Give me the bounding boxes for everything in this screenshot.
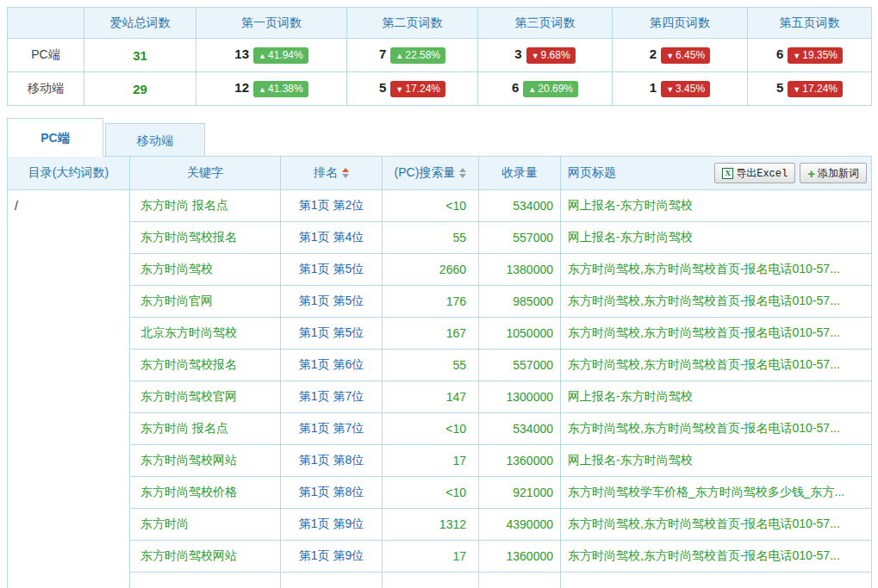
indexed-count-cell: 1050000: [479, 318, 561, 350]
summary-header-row: 爱站总词数 第一页词数 第二页词数 第三页词数 第四页词数 第五页词数: [8, 8, 872, 39]
search-volume-cell: 17: [383, 541, 479, 573]
header-indexed: 收录量: [479, 157, 561, 190]
page-words-cell: 7▲22.58%: [347, 39, 478, 72]
keyword-cell: 东方时尚驾校官网: [130, 381, 281, 413]
search-volume-cell: 1312: [383, 509, 479, 541]
rank-link[interactable]: 第1页 第2位: [281, 190, 383, 222]
page-title-cell: 东方时尚驾校,东方时尚驾校首页-报名电话010-57...: [561, 350, 872, 381]
excel-icon: X: [722, 168, 733, 179]
table-row: 东方时尚驾校报名 第1页 第4位 55 557000 网上报名-东方时尚驾校: [8, 222, 872, 254]
indexed-count-cell: 4390000: [479, 509, 561, 541]
keywords-header-row: 目录(大约词数) 关键字 排名 (PC)搜索量 收录量 网页标题 X导出Exce…: [8, 157, 872, 190]
header-title-label: 网页标题: [568, 165, 616, 179]
table-row: 东方时尚 第1页 第9位 1312 4390000 东方时尚驾校,东方时尚驾校首…: [8, 509, 872, 541]
sort-icon[interactable]: [459, 168, 466, 178]
page-words-value: 1: [650, 80, 657, 95]
add-keyword-label: 添加新词: [818, 166, 859, 181]
total-words-cell: 29: [84, 72, 196, 106]
keyword-cell: 东方时尚驾校网站: [130, 445, 281, 477]
rank-link[interactable]: 第1页 第9位: [281, 509, 383, 541]
page-words-value: 6: [512, 80, 519, 95]
indexed-count-cell: 534000: [479, 190, 561, 222]
rank-link[interactable]: 第1页 第8位: [281, 477, 383, 509]
table-row: 东方时尚驾校报名 第1页 第6位 55 557000 东方时尚驾校,东方时尚驾校…: [8, 350, 872, 381]
summary-header-page1: 第一页词数: [196, 8, 347, 39]
rank-link[interactable]: 第1页 第6位: [281, 350, 383, 381]
page-words-cell: 6▲20.69%: [478, 72, 613, 106]
change-value: 22.58%: [405, 49, 440, 61]
change-value: 19.35%: [802, 49, 838, 61]
rank-link[interactable]: 第1页 第4位: [281, 222, 383, 254]
add-keyword-button[interactable]: +添加新词: [800, 163, 867, 183]
table-row: 东方时尚驾校官网 第1页 第7位 147 1300000 网上报名-东方时尚驾校: [8, 381, 872, 413]
search-volume-cell: [383, 573, 479, 588]
page-words-cell: 13▲41.94%: [196, 39, 347, 72]
page-title-cell: 网上报名-东方时尚驾校: [561, 222, 872, 254]
rank-link[interactable]: 第1页 第7位: [281, 413, 383, 445]
page-title-cell: 东方时尚驾校,东方时尚驾校首页-报名电话010-57...: [561, 286, 872, 318]
trend-arrow-icon: ▼: [793, 52, 800, 60]
search-volume-cell: 176: [383, 286, 479, 318]
export-excel-label: 导出Excel: [736, 166, 788, 181]
indexed-count-cell: 1300000: [479, 381, 561, 413]
header-directory: 目录(大约词数): [8, 157, 130, 190]
page-words-value: 7: [379, 46, 386, 61]
page-words-cell: 12▲41.38%: [196, 72, 347, 106]
page-words-value: 6: [776, 46, 783, 61]
keyword-cell: 东方时尚驾校报名: [130, 350, 281, 381]
indexed-count-cell: [479, 573, 561, 588]
device-label: 移动端: [8, 72, 84, 106]
keyword-cell: 东方时尚官网: [130, 286, 281, 318]
table-row: 东方时尚驾校网站 第1页 第8位 17 1360000 网上报名-东方时尚驾校: [8, 445, 872, 477]
table-row: 东方时尚驾校网站 第1页 第9位 17 1360000 东方时尚驾校,东方时尚驾…: [8, 541, 872, 573]
rank-link[interactable]: 第1页 第5位: [281, 286, 383, 318]
change-value: 41.94%: [268, 49, 303, 61]
trend-arrow-icon: ▲: [528, 85, 536, 94]
summary-header-page4: 第四页词数: [613, 8, 748, 39]
header-volume-sort[interactable]: (PC)搜索量: [383, 157, 479, 190]
rank-link[interactable]: 第1页 第8位: [281, 445, 383, 477]
tab-mobile[interactable]: 移动端: [105, 123, 205, 157]
indexed-count-cell: 1360000: [479, 445, 561, 477]
trend-arrow-icon: ▲: [258, 85, 266, 94]
page-words-value: 3: [514, 46, 521, 61]
change-badge: ▼17.24%: [788, 81, 843, 97]
change-badge: ▼6.45%: [661, 47, 710, 64]
keyword-cell: [130, 573, 281, 588]
trend-arrow-icon: ▼: [395, 85, 403, 94]
total-words-value: 29: [133, 82, 147, 96]
table-row: 东方时尚官网 第1页 第5位 176 985000 东方时尚驾校,东方时尚驾校首…: [8, 286, 872, 318]
table-row-partial: [8, 573, 872, 588]
device-label: PC端: [8, 39, 84, 72]
page-title-cell: 东方时尚驾校,东方时尚驾校首页-报名电话010-57...: [561, 318, 872, 350]
summary-corner-cell: [8, 8, 84, 39]
table-toolbar: X导出Excel +添加新词: [714, 163, 867, 183]
keywords-table: 目录(大约词数) 关键字 排名 (PC)搜索量 收录量 网页标题 X导出Exce…: [7, 156, 872, 588]
rank-link[interactable]: 第1页 第7位: [281, 381, 383, 413]
page-title-cell: 东方时尚驾校,东方时尚驾校首页-报名电话010-57...: [561, 254, 872, 286]
indexed-count-cell: 557000: [479, 350, 561, 381]
page-words-value: 13: [234, 46, 249, 61]
change-badge: ▼3.45%: [661, 81, 710, 97]
directory-cell: /: [8, 190, 130, 588]
change-value: 17.24%: [405, 83, 440, 95]
rank-link[interactable]: 第1页 第5位: [281, 254, 383, 286]
keyword-cell: 东方时尚 报名点: [130, 190, 281, 222]
search-volume-cell: 17: [383, 445, 479, 477]
search-volume-cell: 147: [383, 381, 479, 413]
indexed-count-cell: 921000: [479, 477, 561, 509]
indexed-count-cell: 1360000: [479, 541, 561, 573]
table-row: 东方时尚驾校价格 第1页 第8位 <10 921000 东方时尚驾校学车价格_东…: [8, 477, 872, 509]
summary-row-mobile: 移动端 29 12▲41.38% 5▼17.24% 6▲20.69% 1▼3.4…: [8, 72, 872, 106]
keyword-cell: 东方时尚驾校网站: [130, 541, 281, 573]
page-words-value: 5: [776, 80, 783, 95]
rank-link[interactable]: 第1页 第5位: [281, 318, 383, 350]
change-badge: ▲41.38%: [253, 81, 308, 97]
header-rank-sort[interactable]: 排名: [281, 157, 383, 190]
summary-table: 爱站总词数 第一页词数 第二页词数 第三页词数 第四页词数 第五页词数 PC端 …: [7, 7, 872, 106]
rank-link[interactable]: 第1页 第9位: [281, 541, 383, 573]
export-excel-button[interactable]: X导出Excel: [714, 163, 795, 183]
page-words-cell: 6▼19.35%: [748, 39, 872, 72]
tab-pc[interactable]: PC端: [7, 118, 103, 157]
sort-icon[interactable]: [342, 168, 349, 178]
